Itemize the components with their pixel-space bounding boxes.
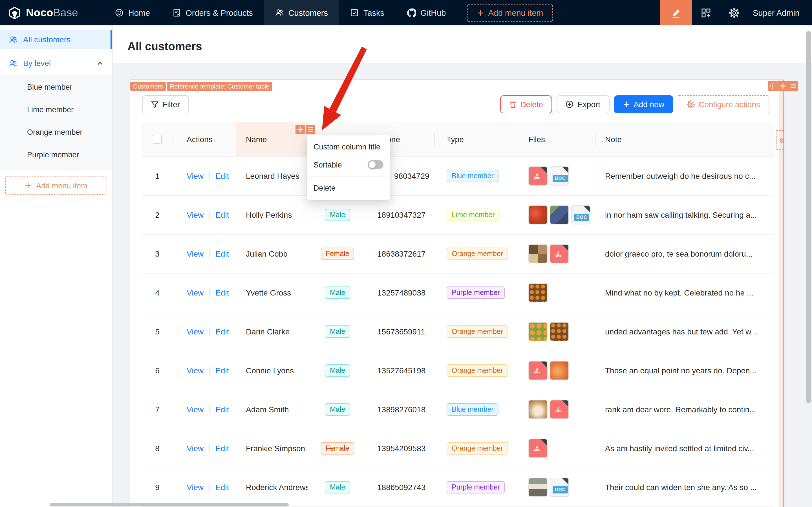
sidebar-item-orange-member[interactable]: Orange member	[0, 121, 112, 144]
pumpkins-photo[interactable]	[528, 283, 547, 302]
sidebar-add-menu-item-button[interactable]: Add menu item	[5, 176, 107, 194]
customers-table: Actions Name	[141, 122, 774, 507]
view-link[interactable]: View	[187, 210, 204, 219]
view-link[interactable]: View	[187, 171, 204, 180]
edit-link[interactable]: Edit	[216, 327, 229, 336]
vertical-scrollbar[interactable]	[806, 31, 811, 403]
pdf-file-icon[interactable]	[550, 400, 569, 419]
nav-item-home[interactable]: Home	[104, 0, 161, 25]
nav-item-tasks[interactable]: Tasks	[339, 0, 396, 25]
sortable-toggle[interactable]	[368, 160, 384, 169]
nocobase-logo[interactable]: NocoBase	[0, 6, 88, 19]
row-index: 8	[155, 444, 160, 453]
menu-item-delete[interactable]: Delete	[307, 179, 390, 197]
pdf-file-icon[interactable]	[528, 439, 547, 458]
delete-button[interactable]: Delete	[500, 95, 552, 113]
nav-item-orders-products[interactable]: Orders & Products	[161, 0, 264, 25]
edit-link[interactable]: Edit	[216, 171, 229, 180]
table-row[interactable]: 9 ViewEdit Roderick Andrews Male 1886509…	[141, 467, 774, 506]
member-type-tag: Purple member	[447, 286, 505, 299]
select-all-checkbox[interactable]	[153, 135, 162, 144]
pdf-file-icon[interactable]	[528, 361, 547, 380]
storefront-photo[interactable]	[528, 477, 547, 497]
table-row[interactable]: 5 ViewEdit Darin Clarke Male 15673659911…	[141, 312, 774, 351]
col-note-header[interactable]: Note	[596, 122, 774, 156]
table-row[interactable]: 4 ViewEdit Yvette Gross Male 13257489038…	[141, 273, 774, 312]
col-actions-header[interactable]: Actions	[173, 122, 236, 156]
note-cell: rank am dear were. Remarkably to contin.…	[596, 390, 774, 429]
orange-fruit-photo[interactable]	[550, 361, 569, 380]
filter-icon	[151, 101, 159, 108]
pdf-file-icon[interactable]	[550, 244, 569, 263]
nav-item-customers[interactable]: Customers	[264, 0, 339, 25]
coffee-photo[interactable]	[528, 400, 547, 419]
type-cell: Orange member	[435, 234, 522, 273]
menu-item-sortable[interactable]: Sortable	[307, 156, 390, 174]
doc-file-icon[interactable]: DOC	[571, 205, 590, 224]
sidebar-item-purple-member[interactable]: Purple member	[0, 144, 112, 166]
configure-actions-button[interactable]: Configure actions	[678, 95, 769, 113]
view-link[interactable]: View	[187, 366, 204, 375]
edit-link[interactable]: Edit	[216, 405, 229, 414]
edit-link[interactable]: Edit	[216, 288, 229, 297]
view-link[interactable]: View	[187, 405, 204, 414]
add-block-icon[interactable]	[778, 81, 788, 91]
drag-handle-icon[interactable]	[768, 81, 777, 91]
filter-button[interactable]: Filter	[142, 95, 189, 113]
view-link[interactable]: View	[187, 249, 204, 258]
table-row[interactable]: 1 ViewEdit Leonard Hayes 98034729 Blue m…	[141, 156, 774, 195]
view-link[interactable]: View	[187, 327, 204, 336]
column-settings-menu-icon[interactable]	[306, 125, 315, 134]
member-type-tag: Orange member	[447, 364, 508, 377]
gear-icon	[729, 8, 739, 18]
edit-link[interactable]: Edit	[216, 483, 229, 492]
gender-cell: Female	[308, 234, 367, 273]
row-actions-cell: ViewEdit	[173, 467, 236, 506]
doc-file-icon[interactable]: DOC	[550, 166, 569, 185]
horizontal-scrollbar[interactable]	[50, 503, 289, 506]
sidebar-item-lime-member[interactable]: Lime member	[0, 99, 112, 121]
export-button[interactable]: Export	[557, 95, 609, 113]
sidebar-item-by-level[interactable]: By level	[0, 54, 112, 73]
sidebar-item-all-customers[interactable]: All customers	[0, 30, 112, 49]
col-name-header[interactable]: Name	[236, 122, 308, 156]
table-row[interactable]: 3 ViewEdit Julian Cobb Female 1863837261…	[141, 234, 774, 273]
pdf-file-icon[interactable]	[528, 166, 547, 185]
edit-link[interactable]: Edit	[216, 249, 229, 258]
block-settings-menu-icon[interactable]	[788, 81, 798, 91]
grapes-photo[interactable]	[550, 205, 569, 224]
edit-link[interactable]: Edit	[216, 366, 229, 375]
nav-item-github[interactable]: GitHub	[396, 0, 457, 25]
nav-add-menu-item-button[interactable]: Add menu item	[467, 4, 553, 22]
table-row[interactable]: 7 ViewEdit Adam Smith Male 13898276018 B…	[141, 390, 774, 429]
oranges-photo[interactable]	[528, 322, 547, 341]
doc-file-icon[interactable]: DOC	[550, 477, 569, 497]
note-cell: dolor graeco pro, te sea bonorum doloru.…	[596, 234, 774, 273]
settings-button[interactable]	[720, 0, 748, 25]
table-row[interactable]: 2 ViewEdit Holly Perkins Male 1891034732…	[141, 195, 774, 234]
view-link[interactable]: View	[187, 483, 204, 492]
red-fruit-photo[interactable]	[528, 205, 547, 224]
ui-editor-button[interactable]	[660, 0, 692, 25]
add-new-button[interactable]: Add new	[614, 95, 673, 113]
action-divider	[209, 483, 210, 491]
table-row[interactable]: 8 ViewEdit Frankie Simpson Female 139542…	[141, 429, 774, 467]
gender-cell: Male	[308, 390, 367, 429]
type-cell: Orange member	[435, 312, 522, 351]
col-type-header[interactable]: Type	[435, 122, 522, 156]
pumpkins-photo[interactable]	[550, 322, 569, 341]
view-link[interactable]: View	[187, 288, 204, 297]
row-index: 3	[155, 249, 160, 258]
edit-link[interactable]: Edit	[216, 210, 229, 219]
view-link[interactable]: View	[187, 444, 204, 453]
configure-columns-button-partial[interactable]	[776, 130, 784, 150]
column-drag-handle-icon[interactable]	[295, 125, 305, 134]
current-user-menu[interactable]: Super Admin	[748, 8, 812, 17]
col-files-header[interactable]: Files	[522, 122, 596, 156]
food-photo[interactable]	[528, 244, 547, 263]
table-row[interactable]: 6 ViewEdit Connie Lyons Male 13527645198…	[141, 351, 774, 390]
menu-item-custom-column-title[interactable]: Custom column title	[307, 137, 390, 156]
edit-link[interactable]: Edit	[216, 444, 229, 453]
sidebar-item-blue-member[interactable]: Blue member	[0, 76, 112, 99]
plugin-manager-button[interactable]	[692, 0, 720, 25]
